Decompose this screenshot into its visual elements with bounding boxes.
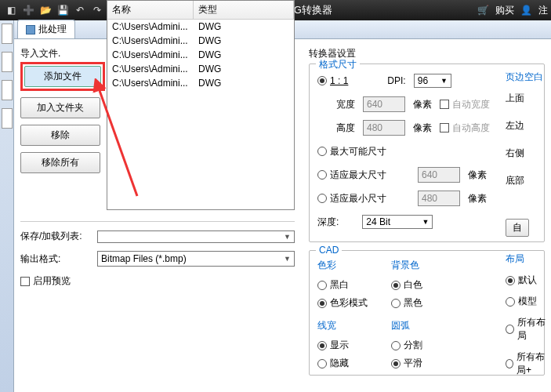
left-toolbar xyxy=(0,20,14,392)
table-row[interactable]: C:\Users\Admini...DWG xyxy=(107,62,294,76)
save-list-select[interactable]: ▼ xyxy=(97,230,295,243)
table-row[interactable]: C:\Users\Admini...DWG xyxy=(107,20,294,34)
layout-model-radio[interactable]: 模型 xyxy=(506,295,551,308)
file-type-cell: DWG xyxy=(194,62,294,76)
margin-left-label: 左边 xyxy=(506,119,551,132)
arc-title: 圆弧 xyxy=(391,319,422,332)
file-name-cell: C:\Users\Admini... xyxy=(107,76,194,90)
left-toolbar-item[interactable] xyxy=(2,24,13,44)
th-type[interactable]: 类型 xyxy=(194,1,294,19)
px-label: 像素 xyxy=(468,169,487,182)
chevron-down-icon: ▼ xyxy=(284,255,291,263)
open-icon[interactable]: 📂 xyxy=(38,2,53,18)
batch-icon xyxy=(26,25,35,34)
px-label: 像素 xyxy=(468,192,487,205)
save-icon[interactable]: 💾 xyxy=(55,2,71,18)
enable-preview-checkbox[interactable]: 启用预览 xyxy=(20,274,295,288)
table-row[interactable]: C:\Users\Admini...DWG xyxy=(107,48,294,62)
output-format-select[interactable]: Bitmap Files (*.bmp)▼ xyxy=(97,251,295,267)
register-link[interactable]: 注 xyxy=(538,4,548,17)
table-row[interactable]: C:\Users\Admini...DWG xyxy=(107,76,294,90)
table-row[interactable]: C:\Users\Admini...DWG xyxy=(107,34,294,48)
auto-height-checkbox[interactable]: 自动高度 xyxy=(440,122,490,135)
remove-all-button[interactable]: 移除所有 xyxy=(20,152,100,173)
split-radio[interactable]: 分割 xyxy=(391,339,422,352)
dpi-label: DPI: xyxy=(387,75,405,86)
margin-right-label: 右侧 xyxy=(506,147,551,160)
white-radio[interactable]: 白色 xyxy=(391,278,422,292)
layout-all-name-radio[interactable]: 所有布局+ xyxy=(506,350,551,377)
file-type-cell: DWG xyxy=(194,48,294,62)
user-icon[interactable]: 👤 xyxy=(520,5,532,16)
add-file-button[interactable]: 添加文件 xyxy=(24,66,101,87)
remove-button[interactable]: 移除 xyxy=(20,125,100,146)
enable-preview-label: 启用预览 xyxy=(33,274,71,288)
black-radio[interactable]: 黑色 xyxy=(391,296,422,310)
output-format-value: Bitmap Files (*.bmp) xyxy=(101,253,187,264)
auto-margin-button[interactable]: 自 xyxy=(506,219,529,237)
smooth-radio[interactable]: 平滑 xyxy=(391,357,422,370)
px-label: 像素 xyxy=(413,98,432,111)
app-icon[interactable]: ◧ xyxy=(3,2,19,18)
redo-icon[interactable]: ↷ xyxy=(89,2,105,18)
file-type-cell: DWG xyxy=(194,34,294,48)
chevron-down-icon: ▼ xyxy=(440,77,448,85)
file-name-cell: C:\Users\Admini... xyxy=(107,62,194,76)
dpi-select[interactable]: 96▼ xyxy=(414,74,451,88)
left-toolbar-item[interactable] xyxy=(2,108,13,129)
undo-icon[interactable]: ↶ xyxy=(72,2,88,18)
output-format-label: 输出格式: xyxy=(20,252,91,266)
tab-batch[interactable]: 批处理 xyxy=(17,20,75,38)
bg-title: 背景色 xyxy=(391,259,422,272)
margin-panel: 页边空白 上面 左边 右侧 底部 自 布局 默认 模型 所有布局 所有布局+ xyxy=(506,71,551,377)
layout-default-radio[interactable]: 默认 xyxy=(506,274,551,287)
th-name[interactable]: 名称 xyxy=(107,1,194,19)
height-label: 高度 xyxy=(336,122,355,135)
margin-bottom-label: 底部 xyxy=(506,174,551,187)
chevron-down-icon: ▼ xyxy=(284,233,291,241)
chevron-down-icon: ▼ xyxy=(422,218,429,226)
tab-label: 批处理 xyxy=(38,23,67,36)
cad-title: CAD xyxy=(316,245,342,256)
width-label: 宽度 xyxy=(336,98,355,111)
new-icon[interactable]: ➕ xyxy=(20,2,36,18)
show-radio[interactable]: 显示 xyxy=(317,339,368,352)
max-size-radio[interactable]: 最大可能尺寸 xyxy=(317,145,386,158)
file-name-cell: C:\Users\Admini... xyxy=(107,34,194,48)
cart-icon[interactable]: 🛒 xyxy=(477,5,489,16)
left-toolbar-item[interactable] xyxy=(2,80,13,100)
ratio-11-radio[interactable]: 1 : 1 xyxy=(317,75,348,86)
margin-top-label: 上面 xyxy=(506,92,551,105)
file-type-cell: DWG xyxy=(194,76,294,90)
margin-title: 页边空白 xyxy=(506,71,551,84)
file-name-cell: C:\Users\Admini... xyxy=(107,20,194,34)
buy-link[interactable]: 购买 xyxy=(495,4,514,17)
px-label: 像素 xyxy=(413,122,432,135)
fit-max-radio[interactable]: 适应最大尺寸 xyxy=(317,169,386,182)
width-input[interactable]: 640 xyxy=(363,96,405,112)
file-table: 名称 类型 C:\Users\Admini...DWGC:\Users\Admi… xyxy=(107,0,295,210)
auto-width-checkbox[interactable]: 自动宽度 xyxy=(440,98,490,111)
depth-label: 深度: xyxy=(317,216,339,229)
fit-min-radio[interactable]: 适应最小尺寸 xyxy=(317,192,386,205)
file-type-cell: DWG xyxy=(194,20,294,34)
add-folder-button[interactable]: 加入文件夹 xyxy=(20,97,100,118)
depth-select[interactable]: 24 Bit▼ xyxy=(362,215,433,229)
color-title: 色彩 xyxy=(317,259,368,272)
height-input[interactable]: 480 xyxy=(363,120,405,136)
fit-min-input[interactable]: 480 xyxy=(418,191,460,206)
layout-all-radio[interactable]: 所有布局 xyxy=(506,316,551,343)
fit-max-input[interactable]: 640 xyxy=(418,167,460,183)
file-name-cell: C:\Users\Admini... xyxy=(107,48,194,62)
hide-radio[interactable]: 隐藏 xyxy=(317,357,368,370)
save-list-label: 保存/加载列表: xyxy=(20,230,91,243)
bw-radio[interactable]: 黑白 xyxy=(317,278,368,292)
color-mode-radio[interactable]: 色彩模式 xyxy=(317,296,368,310)
format-size-title: 格式尺寸 xyxy=(316,58,360,71)
left-toolbar-item[interactable] xyxy=(2,52,13,72)
layout-title: 布局 xyxy=(506,252,551,266)
linewidth-title: 线宽 xyxy=(317,319,368,332)
